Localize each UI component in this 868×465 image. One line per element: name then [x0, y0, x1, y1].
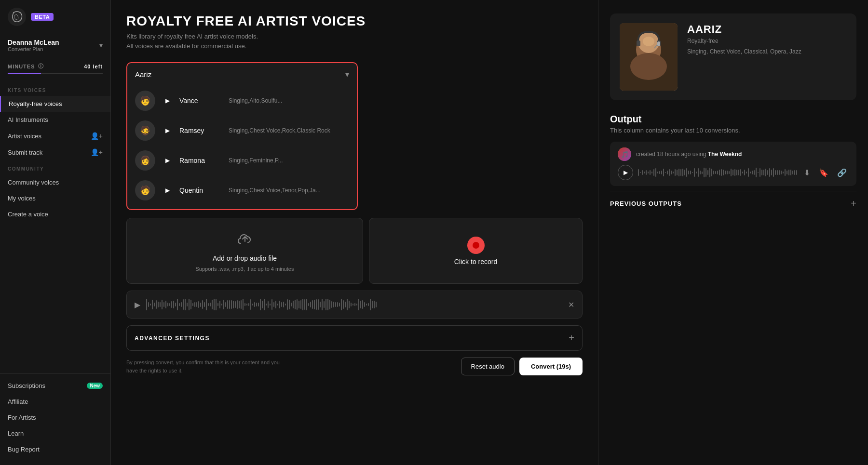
waveform-bar [158, 302, 159, 307]
waveform-bar [324, 301, 325, 308]
voice-list-item[interactable]: 🧑 ▶ Quentin Singing,Chest Voice,Tenor,Po… [127, 175, 357, 205]
sidebar-item-ai-instruments[interactable]: AI Instruments [0, 112, 110, 128]
close-icon[interactable]: ✕ [568, 300, 574, 309]
voice-avatar: 👩 [135, 150, 155, 171]
waveform-bar [651, 172, 652, 173]
waveform-bar [794, 170, 795, 174]
voice-play-button[interactable]: ▶ [161, 154, 174, 167]
previous-outputs-section[interactable]: PREVIOUS OUTPUTS + [610, 191, 856, 216]
add-user-icon-2: 👤+ [91, 148, 103, 156]
waveform-bar [777, 170, 778, 175]
waveform-bar [297, 299, 298, 310]
output-meta: created 18 hours ago using The Weeknd [636, 151, 742, 158]
waveform-bar [289, 300, 290, 309]
sidebar-item-label: My voices [8, 195, 36, 202]
sidebar-item-for-artists[interactable]: For Artists [0, 410, 110, 425]
waveform-bar [364, 302, 365, 307]
convert-button[interactable]: Convert (19s) [519, 358, 583, 375]
waveform-bar [700, 171, 701, 174]
audio-drop-zone[interactable]: Add or drop audio file Supports .wav, .m… [126, 218, 363, 284]
waveform-bar [650, 170, 651, 174]
waveform-bar [152, 300, 153, 309]
waveform-bar [202, 300, 203, 309]
waveform-bar [792, 171, 793, 174]
record-label: Click to record [454, 258, 497, 266]
waveform-bar [376, 302, 377, 307]
play-icon[interactable]: ▶ [135, 300, 140, 309]
link-button[interactable]: 🔗 [835, 166, 849, 179]
waveform-bar [675, 169, 676, 176]
sidebar-item-label: For Artists [8, 414, 36, 421]
waveform-bar [692, 172, 693, 173]
sidebar-item-label: Royalty-free voices [9, 100, 62, 107]
sidebar-item-subscriptions[interactable]: Subscriptions New [0, 378, 110, 394]
voice-list-item[interactable]: 🧑 ▶ Vance Singing,Alto,Soulfu... [127, 86, 357, 116]
sidebar-item-my-voices[interactable]: My voices [0, 190, 110, 206]
output-play-button[interactable]: ▶ [618, 165, 633, 180]
waveform-bar [250, 299, 251, 310]
waveform-bar [669, 169, 670, 176]
output-user-avatar: 🎵 [618, 147, 631, 161]
waveform-bar [194, 302, 195, 307]
waveform-bar [690, 171, 691, 174]
waveform-bar [327, 299, 328, 310]
waveform-bar [160, 302, 161, 306]
save-button[interactable]: 🔖 [817, 166, 830, 179]
waveform-bar [648, 172, 649, 173]
chevron-down-icon: ▾ [99, 41, 103, 49]
sidebar-item-artist-voices[interactable]: Artist voices 👤+ [0, 128, 110, 144]
voice-play-button[interactable]: ▶ [161, 124, 174, 137]
sidebar-item-learn[interactable]: Learn [0, 425, 110, 441]
waveform-bar [750, 172, 751, 174]
sidebar-item-affiliate[interactable]: Affiliate [0, 394, 110, 410]
waveform-bar [189, 299, 190, 311]
voice-dropdown-selected: Aariz [135, 70, 151, 79]
minutes-progress-bar [8, 73, 103, 74]
waveform-bar [219, 301, 220, 308]
waveform-bar [719, 170, 720, 176]
voice-play-button[interactable]: ▶ [161, 94, 174, 107]
page-subtitle: Kits library of royalty free AI artist v… [126, 32, 583, 51]
convert-disclaimer: By pressing convert, you confirm that th… [126, 359, 290, 374]
sidebar-item-submit-track[interactable]: Submit track 👤+ [0, 144, 110, 160]
waveform-bar [705, 168, 706, 176]
featured-voice-name: AARIZ [687, 23, 847, 36]
svg-point-5 [643, 37, 654, 46]
sidebar-item-royalty-free-voices[interactable]: Royalty-free voices [0, 96, 110, 112]
user-menu[interactable]: Deanna McLean Converter Plan ▾ [0, 34, 110, 57]
sidebar-item-label: Affiliate [8, 398, 28, 405]
waveform-bar [713, 171, 714, 174]
voice-tags: Singing,Chest Voice,Rock,Classic Rock [229, 127, 349, 134]
voice-play-button[interactable]: ▶ [161, 184, 174, 197]
waveform-bar [275, 301, 276, 308]
download-button[interactable]: ⬇ [802, 166, 812, 179]
waveform-bar [190, 300, 191, 310]
waveform-bar [200, 303, 201, 307]
waveform-bar [264, 299, 265, 311]
advanced-settings-section[interactable]: ADVANCED SETTINGS + [126, 325, 583, 351]
waveform-bar [644, 172, 645, 173]
audio-drop-hint: Supports .wav, .mp3, .flac up to 4 minut… [195, 266, 294, 272]
sidebar-item-community-voices[interactable]: Community voices [0, 174, 110, 190]
waveform-bar [204, 302, 205, 306]
waveform-bar [781, 171, 782, 174]
reset-audio-button[interactable]: Reset audio [461, 358, 515, 375]
waveform-bar [287, 299, 288, 310]
output-item: 🎵 created 18 hours ago using The Weeknd … [610, 142, 856, 186]
waveform-bar [765, 169, 766, 177]
waveform-bar [732, 170, 733, 175]
waveform-bar [665, 172, 666, 173]
plus-icon: + [851, 198, 856, 209]
waveform-bar [790, 170, 791, 175]
audio-record-zone[interactable]: Click to record [369, 218, 583, 284]
sidebar-item-create-voice[interactable]: Create a voice [0, 206, 110, 222]
voice-dropdown-header[interactable]: Aariz ▾ [127, 63, 357, 86]
waveform-bar [657, 172, 658, 174]
waveform-bar [771, 170, 772, 175]
main-content: ROYALTY FREE AI ARTIST VOICES Kits libra… [111, 0, 598, 465]
waveform-bar [655, 168, 656, 177]
svg-text:🎵: 🎵 [621, 150, 629, 159]
sidebar-item-bug-report[interactable]: Bug Report [0, 441, 110, 457]
voice-list-item[interactable]: 👩 ▶ Ramona Singing,Feminine,P... [127, 146, 357, 175]
voice-list-item[interactable]: 🧔 ▶ Ramsey Singing,Chest Voice,Rock,Clas… [127, 116, 357, 146]
